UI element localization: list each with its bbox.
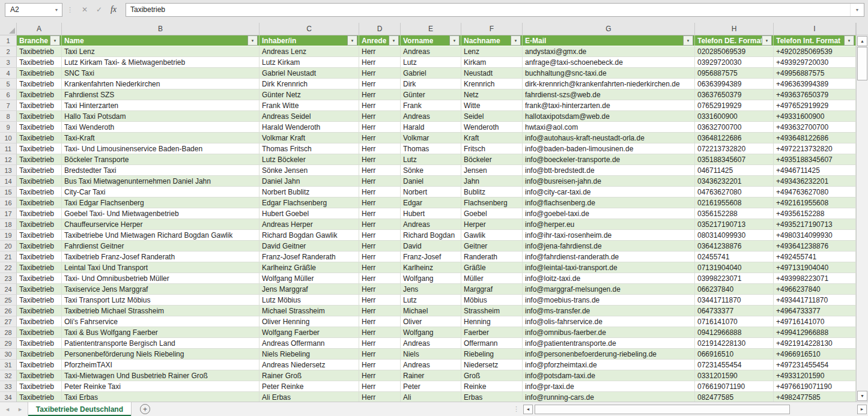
filter-button[interactable]: ▼ bbox=[449, 35, 460, 46]
cell-H21[interactable]: 02455741 bbox=[695, 252, 774, 262]
scroll-down-icon[interactable]: ▼ bbox=[857, 391, 867, 401]
cell-E29[interactable]: Andreas bbox=[401, 338, 461, 349]
cell-F23[interactable]: Müller bbox=[461, 273, 523, 284]
cell-F3[interactable]: Kirkam bbox=[461, 57, 523, 68]
cell-A7[interactable]: Taxibetrieb bbox=[17, 100, 62, 111]
cell-A31[interactable]: Taxibetrieb bbox=[17, 360, 62, 370]
cell-I7[interactable]: +497652919929 bbox=[774, 100, 856, 111]
cell-C15[interactable]: Norbert Bublitz bbox=[259, 187, 359, 197]
cell-F29[interactable]: Offermann bbox=[461, 338, 523, 349]
cell-G20[interactable]: info@jena-fahrdienst.de bbox=[523, 241, 695, 252]
cell-C34[interactable]: Ali Erbas bbox=[259, 392, 359, 402]
cell-F15[interactable]: Bublitz bbox=[461, 187, 523, 197]
cell-F32[interactable]: Groß bbox=[461, 370, 523, 381]
cell-E4[interactable]: Gabriel bbox=[401, 68, 461, 79]
cell-B6[interactable]: Fahrdienst SZS bbox=[62, 89, 259, 100]
cell-B4[interactable]: SNC Taxi bbox=[62, 68, 259, 79]
cell-E27[interactable]: Oliver bbox=[401, 316, 461, 327]
cell-A4[interactable]: Taxibetrieb bbox=[17, 68, 62, 79]
cell-C4[interactable]: Gabriel Neustadt bbox=[259, 68, 359, 79]
cell-F7[interactable]: Witte bbox=[461, 100, 523, 111]
cell-I11[interactable]: +4972213732820 bbox=[774, 143, 856, 154]
cell-C16[interactable]: Edgar Flachsenberg bbox=[259, 197, 359, 208]
cell-H12[interactable]: 035188345607 bbox=[695, 154, 774, 165]
cell-H5[interactable]: 06363994389 bbox=[695, 79, 774, 89]
cell-D28[interactable]: Herr bbox=[359, 327, 401, 338]
cell-A23[interactable]: Taxibetrieb bbox=[17, 273, 62, 284]
cell-D3[interactable]: Herr bbox=[359, 57, 401, 68]
cell-G22[interactable]: info@leintal-taxi-transport.de bbox=[523, 262, 695, 273]
cell-E31[interactable]: Andreas bbox=[401, 360, 461, 370]
cell-B9[interactable]: Taxi Wenderoth bbox=[62, 122, 259, 133]
cell-A6[interactable]: Taxibetrieb bbox=[17, 89, 62, 100]
header-cell-F1[interactable]: Nachname▼ bbox=[461, 35, 523, 46]
cell-B8[interactable]: Hallo Taxi Potsdam bbox=[62, 111, 259, 122]
cell-E17[interactable]: Hubert bbox=[401, 208, 461, 219]
cell-B3[interactable]: Lutz Kirkam Taxi- & Mietwagenbetrieb bbox=[62, 57, 259, 68]
cell-H13[interactable]: 046711425 bbox=[695, 165, 774, 176]
row-header-18[interactable]: 18 bbox=[0, 219, 17, 230]
cell-I4[interactable]: +49956887575 bbox=[774, 68, 856, 79]
cell-A26[interactable]: Taxibetrieb bbox=[17, 306, 62, 316]
cell-B25[interactable]: Taxi Transport Lutz Möbius bbox=[62, 295, 259, 306]
cell-E28[interactable]: Wolfgang bbox=[401, 327, 461, 338]
cell-F18[interactable]: Herper bbox=[461, 219, 523, 230]
select-all-button[interactable] bbox=[0, 23, 17, 35]
cell-E15[interactable]: Norbert bbox=[401, 187, 461, 197]
cell-I33[interactable]: +4976619071190 bbox=[774, 381, 856, 392]
cell-G2[interactable]: andystaxi@gmx.de bbox=[523, 46, 695, 57]
cell-G17[interactable]: info@goebel-taxi.de bbox=[523, 208, 695, 219]
column-header-F[interactable]: F bbox=[461, 23, 523, 35]
row-header-17[interactable]: 17 bbox=[0, 208, 17, 219]
cell-D14[interactable]: Herr bbox=[359, 176, 401, 187]
column-header-G[interactable]: G bbox=[523, 23, 695, 35]
cell-C8[interactable]: Andreas Seidel bbox=[259, 111, 359, 122]
cell-E3[interactable]: Lutz bbox=[401, 57, 461, 68]
cell-F6[interactable]: Netz bbox=[461, 89, 523, 100]
cell-C10[interactable]: Volkmar Kraft bbox=[259, 133, 359, 143]
cell-I21[interactable]: +492455741 bbox=[774, 252, 856, 262]
cell-H30[interactable]: 066916510 bbox=[695, 349, 774, 360]
cell-H33[interactable]: 076619071190 bbox=[695, 381, 774, 392]
cell-I17[interactable]: +49356152288 bbox=[774, 208, 856, 219]
cell-G15[interactable]: info@city-car-taxi.de bbox=[523, 187, 695, 197]
cell-D16[interactable]: Herr bbox=[359, 197, 401, 208]
cell-D17[interactable]: Herr bbox=[359, 208, 401, 219]
cell-F19[interactable]: Gawlik bbox=[461, 230, 523, 241]
row-header-31[interactable]: 31 bbox=[0, 360, 17, 370]
cell-C26[interactable]: Michael Strassheim bbox=[259, 306, 359, 316]
cell-E6[interactable]: Günter bbox=[401, 89, 461, 100]
cell-E19[interactable]: Richard Bogdan bbox=[401, 230, 461, 241]
cell-D15[interactable]: Herr bbox=[359, 187, 401, 197]
cell-I3[interactable]: +493929720030 bbox=[774, 57, 856, 68]
row-header-8[interactable]: 8 bbox=[0, 111, 17, 122]
cell-B33[interactable]: Peter Reinke Taxi bbox=[62, 381, 259, 392]
cell-B16[interactable]: Taxi Edgar Flachsenberg bbox=[62, 197, 259, 208]
cell-I10[interactable]: +493648122686 bbox=[774, 133, 856, 143]
cell-C13[interactable]: Sönke Jensen bbox=[259, 165, 359, 176]
cell-C24[interactable]: Jens Marggraf bbox=[259, 284, 359, 295]
cell-D19[interactable]: Herr bbox=[359, 230, 401, 241]
cell-H19[interactable]: 080314099930 bbox=[695, 230, 774, 241]
cell-G5[interactable]: dirk-krennrich@krankenfahrten-niederkirc… bbox=[523, 79, 695, 89]
cell-G3[interactable]: anfrage@taxi-schoenebeck.de bbox=[523, 57, 695, 68]
cell-F8[interactable]: Seidel bbox=[461, 111, 523, 122]
formula-input[interactable]: Taxibetrieb ▼ bbox=[126, 3, 864, 17]
cell-D11[interactable]: Herr bbox=[359, 143, 401, 154]
cell-C21[interactable]: Franz-Josef Randerath bbox=[259, 252, 359, 262]
cell-C17[interactable]: Hubert Goebel bbox=[259, 208, 359, 219]
cell-A19[interactable]: Taxibetrieb bbox=[17, 230, 62, 241]
cell-H11[interactable]: 072213732820 bbox=[695, 143, 774, 154]
cell-B19[interactable]: Taxibetriebe Und Mietwagen Richard Bogda… bbox=[62, 230, 259, 241]
filter-button[interactable]: ▼ bbox=[683, 35, 693, 46]
cell-I28[interactable]: +499412966888 bbox=[774, 327, 856, 338]
cell-D5[interactable]: Herr bbox=[359, 79, 401, 89]
cell-H14[interactable]: 03436232201 bbox=[695, 176, 774, 187]
filter-button[interactable]: ▼ bbox=[844, 35, 854, 46]
cell-H27[interactable]: 0716141070 bbox=[695, 316, 774, 327]
cell-D25[interactable]: Herr bbox=[359, 295, 401, 306]
add-sheet-button[interactable]: + bbox=[140, 404, 150, 414]
cell-E5[interactable]: Dirk bbox=[401, 79, 461, 89]
cell-H10[interactable]: 03648122686 bbox=[695, 133, 774, 143]
cell-F30[interactable]: Riebeling bbox=[461, 349, 523, 360]
